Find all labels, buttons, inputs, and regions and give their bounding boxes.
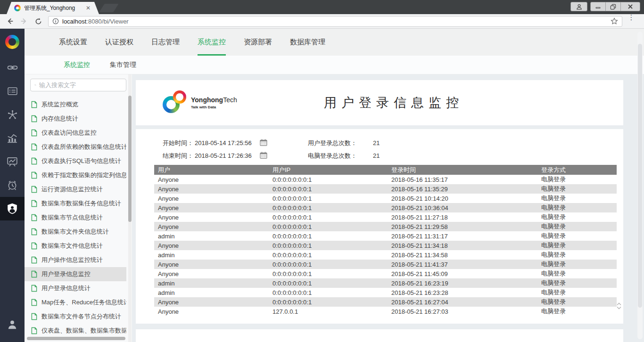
login-table-row[interactable]: admin 0:0:0:0:0:0:0:1 2018-05-21 11:31:1… [154,231,617,241]
page-scrollbar[interactable] [637,32,643,339]
panel-horizontal-scrollbar[interactable] [27,337,125,340]
close-window-button[interactable] [621,2,640,11]
login-table-row[interactable]: Anyone 0:0:0:0:0:0:0:1 2018-05-21 16:27:… [154,297,617,307]
login-table-row[interactable]: Anyone 0:0:0:0:0:0:0:1 2018-05-21 11:29:… [154,222,617,231]
start-time-value[interactable]: 2018-05-14 17:25:56 [195,139,260,147]
pc-login-total-value: 21 [373,152,401,159]
rail-item-connection[interactable] [0,56,25,79]
main-nav-tab[interactable]: 数据库管理 [290,29,325,56]
rail-item-schedule[interactable] [0,173,25,197]
document-icon [31,214,37,221]
tab-close-icon[interactable]: ✕ [86,5,91,11]
cell-mode: 电脑登录 [537,307,617,316]
rail-item-network[interactable] [0,103,25,126]
rail-item-dashboard[interactable] [0,150,25,173]
report-list-item[interactable]: 依赖于指定数据集的指定列信息统 [25,168,126,182]
sub-nav: 系统监控集市管理 [25,56,644,74]
rail-item-user-account[interactable] [0,313,25,336]
login-table-row[interactable]: Anyone 0:0:0:0:0:0:0:1 2018-05-16 11:35:… [154,175,617,184]
rail-item-statistics[interactable] [0,126,25,150]
main-nav-tab[interactable]: 日志管理 [151,29,180,56]
report-list-item[interactable]: 用户登录信息监控 [25,267,126,281]
profile-button[interactable] [570,2,587,11]
minimize-button[interactable] [591,2,606,11]
search-input[interactable] [39,81,122,89]
cell-user: Anyone [154,184,269,194]
login-table-row[interactable]: Anyone 0:0:0:0:0:0:0:1 2018-05-21 11:45:… [154,269,617,278]
report-list-item[interactable]: 用户操作信息监控统计 [25,253,126,267]
report-list-item[interactable]: 系统监控概览 [25,98,126,112]
report-list-item[interactable]: 数据集市文件夹信息统计 [25,225,126,239]
table-scroll-spinner[interactable] [616,302,622,309]
report-list-item[interactable]: 数据集市文件信息统计 [25,239,126,253]
cell-user: Anyone [154,260,269,269]
restore-button[interactable] [606,2,621,11]
report-list-item[interactable]: 数据集市节点信息统计 [25,211,126,225]
cell-user: Anyone [154,194,269,203]
login-table-row[interactable]: admin 0:0:0:0:0:0:0:1 2018-05-21 11:34:5… [154,250,617,260]
report-list-item[interactable]: 用户登录信息统计 [25,281,126,295]
sub-nav-tab[interactable]: 集市管理 [110,61,136,69]
main-nav-tab[interactable]: 资源部署 [244,29,272,56]
report-body-card: 开始时间： 2018-05-14 17:25:56 用户登录总次数： 21 结束… [136,129,623,324]
report-list-item[interactable]: 数据集市数据集任务信息统计 [25,196,126,211]
reload-button[interactable] [32,15,44,27]
report-list-item[interactable]: 数据集市文件各节点分布统计 [25,309,126,324]
cell-ip: 0:0:0:0:0:0:0:1 [269,231,388,241]
report-list-item[interactable]: 仪表盘访问信息监控 [25,126,126,140]
login-table-row[interactable]: Anyone 0:0:0:0:0:0:0:1 2018-05-21 10:14:… [154,194,617,203]
panel-vertical-scrollbar[interactable] [128,74,132,342]
document-icon [31,157,37,165]
cell-ip: 0:0:0:0:0:0:0:1 [269,278,388,288]
page-info-icon[interactable] [52,18,59,24]
forward-button[interactable] [18,15,30,27]
login-table-row[interactable]: Anyone 127.0.0.1 2018-05-21 16:27:03 电脑登… [154,307,617,316]
login-table-row[interactable]: admin 0:0:0:0:0:0:0:1 2018-05-21 16:23:1… [154,278,617,288]
column-header-user[interactable]: 用户 [154,165,269,175]
login-table-row[interactable]: Anyone 0:0:0:0:0:0:0:1 2018-05-21 11:41:… [154,260,617,269]
back-button[interactable] [4,15,16,27]
report-list-item[interactable]: 仪表盘所依赖的数据集信息统计 [25,140,126,154]
report-list-item[interactable]: 仪表盘执行SQL语句信息统计 [25,154,126,168]
document-icon [31,171,37,179]
column-header-time[interactable]: 登录时间 [388,165,537,175]
main-nav-tab[interactable]: 系统设置 [59,29,87,56]
left-icon-rail [0,29,25,342]
main-nav-tab[interactable]: 系统监控 [198,29,226,56]
cell-mode: 电脑登录 [537,194,617,203]
panel-hscroll-thumb[interactable] [27,337,125,340]
login-table-row[interactable]: Anyone 0:0:0:0:0:0:0:1 2018-05-21 10:36:… [154,203,617,212]
main-nav-tab[interactable]: 认证授权 [105,29,133,56]
cell-mode: 电脑登录 [537,241,617,250]
login-table-row[interactable]: admin 0:0:0:0:0:0:0:1 2018-05-21 16:23:2… [154,288,617,297]
login-table-row[interactable]: Anyone 0:0:0:0:0:0:0:1 2018-05-21 11:34:… [154,241,617,250]
profile-icon [571,2,587,11]
rail-item-dataset[interactable] [0,79,25,103]
browser-menu-button[interactable]: ⋮ [627,13,636,30]
login-table-row[interactable]: Anyone 0:0:0:0:0:0:0:1 2018-05-16 11:35:… [154,184,617,194]
cell-time: 2018-05-21 11:31:17 [388,231,537,241]
end-time-value[interactable]: 2018-05-21 17:26:36 [195,152,260,159]
login-table-row[interactable]: Anyone 0:0:0:0:0:0:0:1 2018-05-21 11:27:… [154,212,617,222]
report-list-item[interactable]: 运行资源信息监控统计 [25,182,126,196]
search-box[interactable] [30,79,126,91]
url-bar[interactable]: localhost:8080/bi/Viewer [48,16,622,27]
end-date-picker-button[interactable] [260,152,267,160]
document-icon [31,313,37,320]
bookmark-star-icon[interactable] [611,17,618,25]
rail-item-system-monitor[interactable] [0,197,25,220]
report-list-item[interactable]: 仪表盘、数据集、数据集市数据集 [25,324,126,338]
new-tab-button[interactable] [99,4,118,12]
panel-vscroll-thumb[interactable] [128,96,132,222]
report-list-item[interactable]: 内存信息统计 [25,112,126,126]
sub-nav-tab[interactable]: 系统监控 [64,61,90,69]
report-list-item[interactable]: Map任务、Reduce任务信息统计 [25,295,126,309]
browser-tab[interactable]: 管理系统_Yonghong ✕ [7,2,99,14]
column-header-mode[interactable]: 登录方式 [537,165,617,175]
search-icon [34,81,36,89]
forward-arrow-icon [20,17,28,25]
page-scrollbar-thumb[interactable] [638,44,642,308]
start-date-picker-button[interactable] [260,139,267,147]
cell-ip: 0:0:0:0:0:0:0:1 [269,212,388,222]
column-header-ip[interactable]: 用户IP [269,165,388,175]
